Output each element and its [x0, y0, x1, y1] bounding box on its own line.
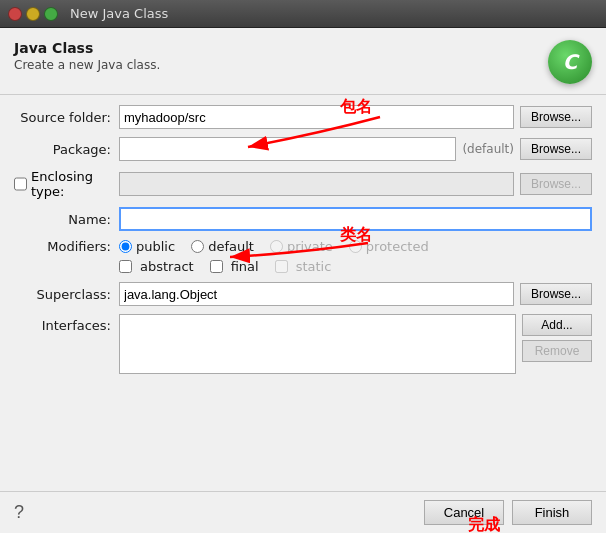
modifier-public[interactable]: public — [119, 239, 175, 254]
modifier-public-radio[interactable] — [119, 240, 132, 253]
new-java-class-dialog: Java Class Create a new Java class. C So… — [0, 28, 606, 533]
dialog-form: Source folder: Browse... Package: (defau… — [0, 95, 606, 491]
enclosing-type-field: Browse... — [119, 172, 592, 196]
modifiers-label: Modifiers: — [14, 239, 119, 254]
interfaces-buttons: Add... Remove — [522, 314, 592, 362]
modifier-default[interactable]: default — [191, 239, 254, 254]
modifier-final[interactable]: final — [210, 259, 259, 274]
package-field: (default) Browse... — [119, 137, 592, 161]
modifier-static[interactable]: static — [275, 259, 332, 274]
name-field — [119, 207, 592, 231]
superclass-row: Superclass: Browse... — [14, 282, 592, 306]
window-title: New Java Class — [70, 6, 168, 21]
package-row: Package: (default) Browse... — [14, 137, 592, 161]
name-row: Name: — [14, 207, 592, 231]
enclosing-type-checkbox[interactable] — [14, 169, 27, 199]
modifiers-inner: public default private protected — [119, 239, 429, 274]
enclosing-label-area: Enclosing type: — [14, 169, 119, 199]
modifier-private-radio[interactable] — [270, 240, 283, 253]
package-input[interactable] — [119, 137, 456, 161]
name-label: Name: — [14, 212, 119, 227]
window-controls[interactable] — [8, 7, 58, 21]
eclipse-logo: C — [548, 40, 592, 84]
enclosing-type-input[interactable] — [119, 172, 514, 196]
dialog-footer: ? Cancel Finish — [0, 491, 606, 533]
interfaces-field: Add... Remove — [119, 314, 592, 374]
superclass-input[interactable] — [119, 282, 514, 306]
package-browse-button[interactable]: Browse... — [520, 138, 592, 160]
superclass-browse-button[interactable]: Browse... — [520, 283, 592, 305]
source-folder-browse-button[interactable]: Browse... — [520, 106, 592, 128]
source-folder-input[interactable] — [119, 105, 514, 129]
source-folder-label: Source folder: — [14, 110, 119, 125]
source-folder-row: Source folder: Browse... — [14, 105, 592, 129]
title-bar: New Java Class — [0, 0, 606, 28]
enclosing-type-row: Enclosing type: Browse... — [14, 169, 592, 199]
package-default-text: (default) — [462, 142, 514, 156]
finish-button[interactable]: Finish — [512, 500, 592, 525]
dialog-section-title: Java Class — [14, 40, 160, 56]
source-folder-field: Browse... — [119, 105, 592, 129]
modifiers-radio-group: public default private protected — [119, 239, 429, 254]
name-input[interactable] — [119, 207, 592, 231]
modifier-private[interactable]: private — [270, 239, 333, 254]
minimize-button[interactable] — [26, 7, 40, 21]
modifiers-row: Modifiers: public default private — [14, 239, 592, 274]
dialog-header: Java Class Create a new Java class. C — [0, 28, 606, 95]
interfaces-row: Interfaces: Add... Remove — [14, 314, 592, 374]
interfaces-remove-button[interactable]: Remove — [522, 340, 592, 362]
dialog-subtitle: Create a new Java class. — [14, 58, 160, 72]
modifiers-checkbox-group: abstract final static — [119, 259, 429, 274]
dialog-header-left: Java Class Create a new Java class. — [14, 40, 160, 72]
enclosing-type-label: Enclosing type: — [31, 169, 111, 199]
modifier-default-radio[interactable] — [191, 240, 204, 253]
modifier-protected-radio[interactable] — [349, 240, 362, 253]
interfaces-add-button[interactable]: Add... — [522, 314, 592, 336]
enclosing-type-browse-button[interactable]: Browse... — [520, 173, 592, 195]
modifier-static-checkbox[interactable] — [275, 260, 288, 273]
interfaces-list — [119, 314, 516, 374]
interfaces-label: Interfaces: — [14, 314, 119, 333]
superclass-field: Browse... — [119, 282, 592, 306]
cancel-button[interactable]: Cancel — [424, 500, 504, 525]
modifier-abstract-checkbox[interactable] — [119, 260, 132, 273]
close-button[interactable] — [8, 7, 22, 21]
modifier-protected[interactable]: protected — [349, 239, 429, 254]
modifier-final-checkbox[interactable] — [210, 260, 223, 273]
help-button[interactable]: ? — [14, 502, 24, 523]
modifier-abstract[interactable]: abstract — [119, 259, 194, 274]
superclass-label: Superclass: — [14, 287, 119, 302]
footer-left: ? — [14, 502, 416, 523]
maximize-button[interactable] — [44, 7, 58, 21]
package-label: Package: — [14, 142, 119, 157]
